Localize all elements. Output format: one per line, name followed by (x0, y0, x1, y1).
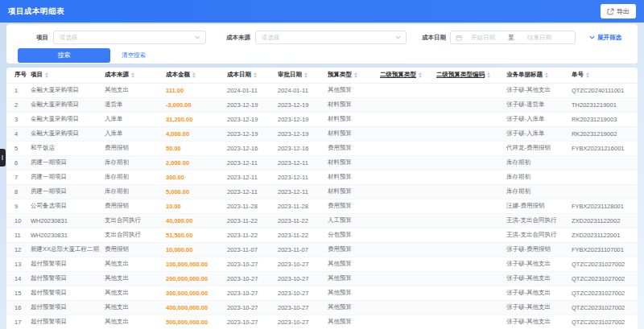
expand-filters-label: 展开筛选 (597, 34, 621, 42)
cell-approval-date: 2023-11-22 (278, 213, 328, 228)
cell-cost-source: 退货单 (105, 97, 166, 112)
export-button[interactable]: 导出 (601, 4, 636, 19)
cell-doc-no: FYBX20231216001 (572, 141, 638, 155)
column-header-cost-amount[interactable]: 成本金额 (166, 68, 227, 83)
cell-doc-title: 汪娜-费用报销 (506, 199, 572, 213)
cell-cost-amount: 50.00 (166, 141, 227, 155)
cell-doc-no (572, 184, 638, 199)
cell-doc-no: FYBX20231107001 (572, 242, 638, 257)
column-header-sub-budget-type[interactable]: 二级预算类型 (380, 68, 436, 83)
cell-cost-amount: 111.00 (166, 83, 227, 97)
column-header-cost-date[interactable]: 成本日期 (227, 68, 278, 83)
cell-cost-date: 2023-10-27 (227, 315, 278, 329)
cell-doc-no: FYBX20231128001 (572, 199, 638, 213)
cell-approval-date: 2023-12-19 (278, 112, 328, 126)
cell-sub-budget-type (380, 213, 436, 228)
expand-filters-link[interactable]: 展开筛选 (589, 34, 621, 42)
cost-date-range-picker[interactable]: 开始日期 至 结束日期 (450, 31, 576, 44)
cell-index: 2 (6, 97, 31, 112)
column-header-approval-date[interactable]: 审批日期 (278, 68, 328, 83)
chevron-down-icon (395, 35, 401, 39)
cell-cost-amount: 40,000.00 (166, 213, 227, 228)
column-header-doc-title[interactable]: 业务单据标题 (506, 68, 572, 83)
sort-arrows-icon (419, 72, 422, 78)
clear-search-button[interactable]: 清空搜索 (122, 51, 146, 60)
column-header-cost-source[interactable]: 成本来源 (105, 68, 166, 83)
cell-project: 房建一期项目 (31, 155, 105, 170)
cell-doc-title: 王洪-支出合同执行 (506, 213, 572, 228)
cell-cost-date: 2023-11-28 (227, 199, 278, 213)
cell-cost-source: 库存期初 (105, 170, 166, 184)
cell-cost-amount: 4,000.00 (166, 126, 227, 141)
cell-cost-source: 入库单 (105, 126, 166, 141)
cell-sub-budget-type-code (436, 141, 506, 155)
export-button-label: 导出 (617, 7, 630, 16)
cell-index: 7 (6, 170, 31, 184)
cell-project: WH20230831 (31, 228, 105, 242)
table-row: 2金融大厦采购项目退货单-3,000.002023-12-192023-12-1… (6, 97, 638, 112)
sort-arrows-icon (545, 72, 548, 78)
column-header-doc-no[interactable]: 单号 (572, 68, 638, 83)
table-row: 11WH20230831支出合同执行51,500.002023-11-22202… (6, 228, 638, 242)
cell-approval-date: 2023-12-16 (278, 141, 328, 155)
cell-cost-source: 其他支出 (105, 300, 166, 315)
export-icon (607, 8, 614, 15)
cell-doc-title: 张子硕-费用报销 (506, 242, 572, 257)
cell-budget-type: 其他预算 (328, 83, 380, 97)
cell-budget-type: 其他预算 (328, 315, 380, 329)
cell-cost-date: 2023-12-19 (227, 126, 278, 141)
cell-cost-source: 其他支出 (105, 286, 166, 300)
cell-budget-type: 材料预算 (328, 170, 380, 184)
cell-sub-budget-type-code (436, 228, 506, 242)
cell-doc-no: TH20231219001 (572, 97, 638, 112)
cell-doc-no: RK20231219002 (572, 126, 638, 141)
cell-sub-budget-type-code (436, 112, 506, 126)
column-header-budget-type[interactable]: 预算类型 (328, 68, 380, 83)
sort-arrows-icon (254, 72, 257, 78)
table-row: 13超付预警项目其他支出100,000,000.002023-10-272023… (6, 257, 638, 271)
cell-cost-date: 2023-12-16 (227, 141, 278, 155)
cell-index: 13 (6, 257, 31, 271)
cost-source-select[interactable]: 请选择 (255, 31, 407, 44)
cell-sub-budget-type (380, 112, 436, 126)
cell-project: 超付预警项目 (31, 300, 105, 315)
cell-doc-title: 代祥龙-费用报销 (506, 141, 572, 155)
table-row: 16超付预警项目其他支出400,000,000.002023-10-272023… (6, 300, 638, 315)
cell-doc-no (572, 155, 638, 170)
cell-sub-budget-type-code (436, 257, 506, 271)
search-button[interactable]: 搜索 (18, 48, 110, 63)
cell-cost-date: 2023-12-11 (227, 155, 278, 170)
cell-project: 超付预警项目 (31, 315, 105, 329)
table-row: 8房建一期项目库存期初5,000.002023-12-112023-12-11材… (6, 184, 638, 199)
cell-approval-date: 2023-12-19 (278, 126, 328, 141)
cell-cost-amount: 2,000.00 (166, 155, 227, 170)
column-header-sub-budget-type-code[interactable]: 二级预算类型编码 (436, 68, 506, 83)
table-row: 9公司备选项目费用报销10.002023-11-282023-11-28费用预算… (6, 199, 638, 213)
cell-approval-date: 2023-11-07 (278, 242, 328, 257)
sort-arrows-icon (354, 72, 357, 78)
table-row: 15超付预警项目其他支出300,000,000.002023-10-272023… (6, 286, 638, 300)
cell-doc-no: QTZC20240111001 (572, 83, 638, 97)
cell-doc-no: QTZC20231027002 (572, 315, 638, 329)
cell-index: 5 (6, 141, 31, 155)
cell-index: 8 (6, 184, 31, 199)
side-panel-handle[interactable] (0, 149, 6, 167)
cell-sub-budget-type (380, 271, 436, 286)
cell-cost-date: 2023-12-19 (227, 97, 278, 112)
cell-cost-amount: 100,000,000.00 (166, 257, 227, 271)
cell-sub-budget-type-code (436, 184, 506, 199)
cell-sub-budget-type (380, 155, 436, 170)
cell-index: 11 (6, 228, 31, 242)
start-date-input[interactable]: 开始日期 (462, 34, 504, 42)
end-date-input[interactable]: 结束日期 (518, 34, 560, 42)
cell-sub-budget-type (380, 126, 436, 141)
cell-sub-budget-type-code (436, 155, 506, 170)
cell-project: 金融大厦采购项目 (31, 126, 105, 141)
project-select[interactable]: 请选择 (53, 31, 206, 44)
cell-approval-date: 2023-10-27 (278, 300, 328, 315)
column-header-project[interactable]: 项目 (31, 68, 105, 83)
cell-approval-date: 2023-12-11 (278, 155, 328, 170)
cell-project: 超付预警项目 (31, 257, 105, 271)
cell-cost-amount: 300,000,000.00 (166, 286, 227, 300)
table-row: 1金融大厦采购项目其他支出111.002024-01-112024-01-11其… (6, 83, 638, 97)
